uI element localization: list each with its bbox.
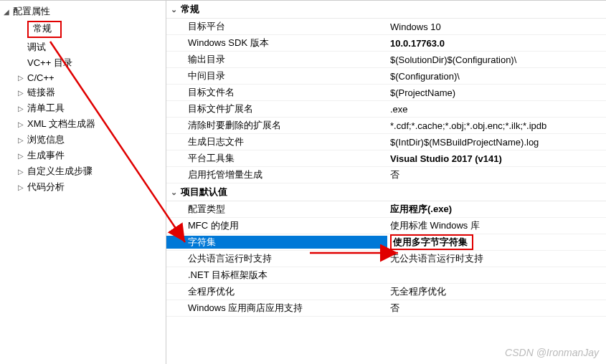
property-row[interactable]: Windows SDK 版本10.0.17763.0 [166, 35, 606, 52]
property-value[interactable]: $(Configuration)\ [387, 71, 606, 82]
property-grid[interactable]: ⌄常规目标平台Windows 10Windows SDK 版本10.0.1776… [166, 0, 606, 364]
property-value[interactable]: 10.0.17763.0 [387, 38, 606, 49]
property-row[interactable]: 启用托管增量生成否 [166, 167, 606, 183]
property-row[interactable]: 公共语言运行时支持无公共语言运行时支持 [166, 251, 606, 267]
property-key: Windows 应用商店应用支持 [166, 302, 387, 315]
tree-item[interactable]: ▷浏览信息 [0, 132, 166, 148]
property-row[interactable]: 清除时要删除的扩展名*.cdf;*.cache;*.obj;*.obj.enc;… [166, 118, 606, 134]
property-key: 全程序优化 [166, 285, 387, 298]
property-row[interactable]: 平台工具集Visual Studio 2017 (v141) [166, 150, 606, 167]
watermark: CSDN @IronmanJay [505, 347, 599, 358]
expand-icon[interactable]: ▷ [16, 119, 26, 129]
tree-item[interactable]: 常规 [0, 19, 166, 39]
section-header[interactable]: ⌄常规 [166, 1, 606, 19]
expand-spacer [16, 24, 26, 34]
property-key: MFC 的使用 [166, 219, 387, 232]
property-row[interactable]: 生成日志文件$(IntDir)$(MSBuildProjectName).log [166, 134, 606, 150]
property-value[interactable]: Windows 10 [387, 21, 606, 32]
tree-item[interactable]: ▷链接器 [0, 85, 166, 100]
property-row[interactable]: Windows 应用商店应用支持否 [166, 300, 606, 317]
tree-item-label: 生成事件 [27, 149, 166, 162]
tree-item-label: XML 文档生成器 [27, 118, 166, 130]
tree-item[interactable]: VC++ 目录 [0, 55, 166, 71]
property-key: 启用托管增量生成 [166, 168, 387, 181]
property-key: 目标文件扩展名 [166, 102, 387, 115]
property-value[interactable]: Visual Studio 2017 (v141) [387, 153, 606, 164]
property-row[interactable]: 配置类型应用程序(.exe) [166, 201, 606, 218]
property-key: 目标文件名 [166, 86, 387, 99]
section-title: 项目默认值 [181, 186, 227, 198]
tree-item[interactable]: ▷清单工具 [0, 100, 166, 116]
expand-icon[interactable]: ▷ [16, 73, 26, 83]
tree-item-label: C/C++ [27, 72, 166, 83]
property-row[interactable]: 中间目录$(Configuration)\ [166, 68, 606, 85]
collapse-icon[interactable]: ⌄ [171, 188, 181, 197]
property-row[interactable]: MFC 的使用使用标准 Windows 库 [166, 218, 606, 234]
collapse-icon[interactable]: ⌄ [171, 5, 181, 14]
config-tree[interactable]: ◢ 配置属性 常规调试VC++ 目录▷C/C++▷链接器▷清单工具▷XML 文档… [0, 0, 166, 364]
tree-item[interactable]: ▷生成事件 [0, 148, 166, 163]
section-title: 常规 [181, 3, 199, 16]
tree-root[interactable]: ◢ 配置属性 [0, 4, 166, 19]
tree-item-label: 浏览信息 [27, 133, 166, 146]
expand-icon[interactable]: ▷ [16, 166, 26, 176]
tree-root-label: 配置属性 [13, 5, 166, 18]
tree-item-label: 代码分析 [27, 181, 166, 193]
tree-item[interactable]: ▷XML 文档生成器 [0, 116, 166, 132]
property-row[interactable]: 目标文件名$(ProjectName) [166, 85, 606, 101]
property-key: 配置类型 [166, 203, 387, 216]
tree-item-label: 清单工具 [27, 102, 166, 115]
tree-item-label: 自定义生成步骤 [27, 165, 166, 178]
property-value[interactable]: 无全程序优化 [387, 285, 606, 298]
property-value[interactable]: 无公共语言运行时支持 [387, 252, 606, 265]
tree-item[interactable]: ▷自定义生成步骤 [0, 163, 166, 179]
property-key: 生成日志文件 [166, 135, 387, 148]
expand-icon[interactable]: ▷ [16, 103, 26, 113]
property-key: .NET 目标框架版本 [166, 269, 387, 282]
property-row[interactable]: 字符集使用多字节字符集 [166, 234, 606, 251]
property-value[interactable]: 使用标准 Windows 库 [387, 219, 606, 232]
property-key: 输出目录 [166, 53, 387, 66]
property-value[interactable]: 否 [387, 168, 606, 181]
property-key: 目标平台 [166, 20, 387, 33]
property-key: 清除时要删除的扩展名 [166, 119, 387, 132]
tree-item[interactable]: 调试 [0, 39, 166, 55]
property-key: Windows SDK 版本 [166, 37, 387, 49]
property-value[interactable]: 否 [387, 302, 606, 315]
property-value[interactable]: 使用多字节字符集 [387, 234, 606, 250]
section-header[interactable]: ⌄项目默认值 [166, 183, 606, 201]
expand-icon[interactable]: ◢ [1, 6, 11, 16]
tree-item[interactable]: ▷代码分析 [0, 179, 166, 195]
expand-icon[interactable]: ▷ [16, 150, 26, 161]
expand-spacer [16, 58, 26, 68]
property-value[interactable]: .exe [387, 104, 606, 115]
expand-icon[interactable]: ▷ [16, 135, 26, 145]
property-row[interactable]: 目标平台Windows 10 [166, 19, 606, 35]
tree-item-label: VC++ 目录 [27, 57, 166, 70]
tree-item[interactable]: ▷C/C++ [0, 71, 166, 85]
property-key: 公共语言运行时支持 [166, 252, 387, 265]
tree-item-label: 常规 [27, 21, 166, 38]
expand-icon[interactable]: ▷ [16, 182, 26, 192]
property-row[interactable]: .NET 目标框架版本 [166, 267, 606, 284]
property-row[interactable]: 输出目录$(SolutionDir)$(Configuration)\ [166, 52, 606, 68]
property-key: 平台工具集 [166, 152, 387, 165]
tree-item-label: 链接器 [27, 86, 166, 99]
expand-spacer [16, 42, 26, 52]
property-value[interactable]: 应用程序(.exe) [387, 203, 606, 216]
expand-icon[interactable]: ▷ [16, 87, 26, 97]
property-row[interactable]: 全程序优化无全程序优化 [166, 284, 606, 300]
property-row[interactable]: 目标文件扩展名.exe [166, 101, 606, 118]
tree-item-label: 调试 [27, 41, 166, 54]
property-key: 字符集 [166, 236, 387, 249]
property-value[interactable]: $(IntDir)$(MSBuildProjectName).log [387, 137, 606, 148]
property-key: 中间目录 [166, 70, 387, 82]
property-value[interactable]: $(ProjectName) [387, 87, 606, 98]
property-value[interactable]: $(SolutionDir)$(Configuration)\ [387, 54, 606, 65]
property-value[interactable]: *.cdf;*.cache;*.obj;*.obj.enc;*.ilk;*.ip… [387, 120, 606, 131]
